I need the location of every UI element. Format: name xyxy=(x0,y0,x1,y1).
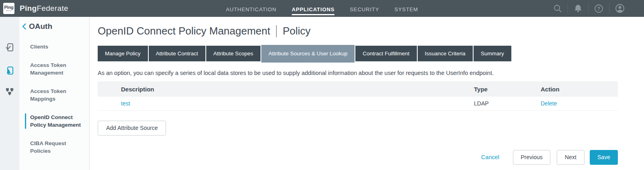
access-token-mappings-icon[interactable] xyxy=(5,87,14,97)
header-icon-group: ? xyxy=(548,3,630,14)
tab-issuance-criteria[interactable]: Issuance Criteria xyxy=(418,46,473,61)
table-row: test LDAP Delete xyxy=(98,97,618,110)
primary-nav: AUTHENTICATION APPLICATIONS SECURITY SYS… xyxy=(226,0,418,17)
sidebar-item-access-token-mappings[interactable]: Access Token Mappings xyxy=(25,87,81,103)
page-subtitle-text: Policy xyxy=(283,25,310,37)
main-content: OpenID Connect Policy Management Policy … xyxy=(90,17,644,170)
svg-text:?: ? xyxy=(597,6,600,12)
table-header-row: Description Type Action xyxy=(98,81,618,97)
sidebar-back-oauth[interactable]: OAuth xyxy=(22,22,89,31)
page-title-text: OpenID Connect Policy Management xyxy=(98,25,270,37)
nav-system[interactable]: SYSTEM xyxy=(394,5,418,15)
page-title: OpenID Connect Policy Management Policy xyxy=(98,25,618,37)
nav-security[interactable]: SECURITY xyxy=(350,5,379,15)
tab-summary[interactable]: Summary xyxy=(474,46,511,61)
sidebar-item-clients[interactable]: Clients xyxy=(25,43,81,51)
attribute-sources-table: Description Type Action test LDAP Delete xyxy=(98,81,618,111)
save-button[interactable]: Save xyxy=(590,150,618,165)
cancel-link[interactable]: Cancel xyxy=(481,154,499,160)
column-header-action: Action xyxy=(541,81,618,97)
clients-icon[interactable] xyxy=(5,42,14,53)
chevron-left-icon xyxy=(22,23,27,30)
nav-applications[interactable]: APPLICATIONS xyxy=(292,5,335,15)
search-icon[interactable] xyxy=(548,4,568,13)
tab-attribute-contract[interactable]: Attribute Contract xyxy=(149,46,205,61)
notifications-bell-icon[interactable] xyxy=(568,4,588,13)
sidebar-menu: OAuth Clients Access Token Management Ac… xyxy=(19,17,89,170)
app-title-bold: Ping xyxy=(20,4,37,12)
sidebar-item-openid-connect-policy-management[interactable]: OpenID Connect Policy Management xyxy=(25,113,81,129)
next-button[interactable]: Next xyxy=(557,150,585,165)
tab-manage-policy[interactable]: Manage Policy xyxy=(98,46,148,61)
title-separator xyxy=(276,25,277,37)
logo-text: Ping xyxy=(4,5,13,10)
user-account-icon[interactable] xyxy=(609,4,630,13)
access-token-management-icon[interactable] xyxy=(5,66,14,77)
sidebar-item-ciba-request-policies[interactable]: CIBA Request Policies xyxy=(25,140,81,155)
help-icon[interactable]: ? xyxy=(589,4,609,13)
logo-subtext: Identity xyxy=(6,10,12,12)
sidebar: OAuth Clients Access Token Management Ac… xyxy=(0,17,90,170)
add-attribute-source-button[interactable]: Add Attribute Source xyxy=(98,121,166,136)
tab-contract-fulfillment[interactable]: Contract Fulfillment xyxy=(355,46,416,61)
wizard-footer: Cancel Previous Next Save xyxy=(98,150,618,165)
delete-link[interactable]: Delete xyxy=(541,100,557,107)
tab-attribute-sources-user-lookup[interactable]: Attribute Sources & User Lookup xyxy=(261,45,355,63)
app-title[interactable]: PingFederate xyxy=(20,4,68,13)
wizard-tabs: Manage Policy Attribute Contract Attribu… xyxy=(98,46,618,61)
sidebar-icon-rail xyxy=(0,17,19,170)
app-title-rest: Federate xyxy=(37,4,68,12)
column-header-type: Type xyxy=(474,81,541,97)
previous-button[interactable]: Previous xyxy=(513,150,550,165)
page-description: As an option, you can specify a series o… xyxy=(98,70,618,76)
tab-attribute-scopes[interactable]: Attribute Scopes xyxy=(206,46,260,61)
sidebar-item-access-token-management[interactable]: Access Token Management xyxy=(25,61,81,77)
top-header: Ping Identity PingFederate AUTHENTICATIO… xyxy=(0,0,644,17)
ping-identity-logo[interactable]: Ping Identity xyxy=(3,3,14,14)
sidebar-section-title: OAuth xyxy=(29,22,52,31)
nav-authentication[interactable]: AUTHENTICATION xyxy=(226,5,277,15)
attribute-source-link[interactable]: test xyxy=(121,100,130,107)
column-header-description: Description xyxy=(98,81,474,97)
attribute-source-type: LDAP xyxy=(474,97,541,110)
